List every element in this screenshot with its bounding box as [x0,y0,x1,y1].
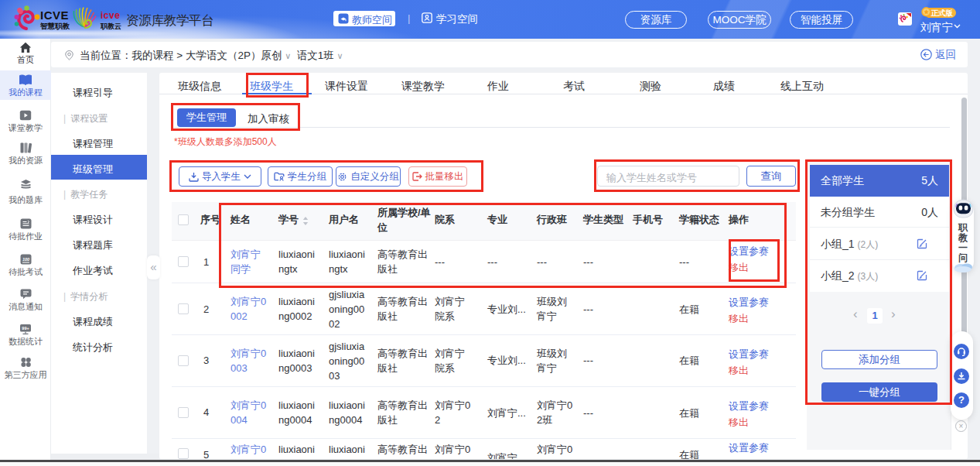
svg-text:100: 100 [22,257,29,262]
svg-text:99+: 99+ [22,326,29,331]
